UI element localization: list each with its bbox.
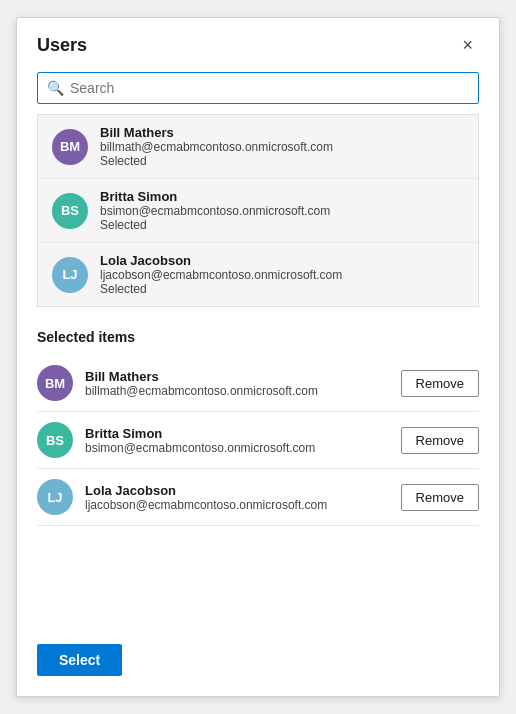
dialog-footer: Select xyxy=(17,624,499,696)
selected-item: BM Bill Mathers billmath@ecmabmcontoso.o… xyxy=(37,355,479,412)
avatar: BM xyxy=(52,129,88,165)
avatar: BM xyxy=(37,365,73,401)
user-email: bsimon@ecmabmcontoso.onmicrosoft.com xyxy=(100,204,330,218)
selected-list: BM Bill Mathers billmath@ecmabmcontoso.o… xyxy=(37,355,479,526)
user-name: Britta Simon xyxy=(100,189,330,204)
user-name: Bill Mathers xyxy=(85,369,401,384)
selected-item: BS Britta Simon bsimon@ecmabmcontoso.onm… xyxy=(37,412,479,469)
user-email: billmath@ecmabmcontoso.onmicrosoft.com xyxy=(100,140,333,154)
selected-item-info: Lola Jacobson ljacobson@ecmabmcontoso.on… xyxy=(85,483,401,512)
user-info: Bill Mathers billmath@ecmabmcontoso.onmi… xyxy=(100,125,333,168)
search-input[interactable] xyxy=(37,72,479,104)
avatar: BS xyxy=(37,422,73,458)
selected-item: LJ Lola Jacobson ljacobson@ecmabmcontoso… xyxy=(37,469,479,526)
list-item[interactable]: BS Britta Simon bsimon@ecmabmcontoso.onm… xyxy=(38,179,478,243)
user-status: Selected xyxy=(100,154,333,168)
close-button[interactable]: × xyxy=(456,34,479,56)
selected-item-info: Britta Simon bsimon@ecmabmcontoso.onmicr… xyxy=(85,426,401,455)
search-wrapper: 🔍 xyxy=(37,72,479,104)
user-name: Britta Simon xyxy=(85,426,401,441)
user-info: Britta Simon bsimon@ecmabmcontoso.onmicr… xyxy=(100,189,330,232)
user-info: Lola Jacobson ljacobson@ecmabmcontoso.on… xyxy=(100,253,342,296)
dialog-title: Users xyxy=(37,35,87,56)
search-container: 🔍 xyxy=(17,66,499,114)
user-name: Lola Jacobson xyxy=(100,253,342,268)
user-email: billmath@ecmabmcontoso.onmicrosoft.com xyxy=(85,384,401,398)
avatar: LJ xyxy=(37,479,73,515)
user-list: BM Bill Mathers billmath@ecmabmcontoso.o… xyxy=(37,114,479,307)
selected-items-title: Selected items xyxy=(17,307,499,355)
remove-button[interactable]: Remove xyxy=(401,370,479,397)
user-name: Lola Jacobson xyxy=(85,483,401,498)
remove-button[interactable]: Remove xyxy=(401,484,479,511)
selected-item-info: Bill Mathers billmath@ecmabmcontoso.onmi… xyxy=(85,369,401,398)
list-item[interactable]: LJ Lola Jacobson ljacobson@ecmabmcontoso… xyxy=(38,243,478,306)
avatar: BS xyxy=(52,193,88,229)
user-name: Bill Mathers xyxy=(100,125,333,140)
remove-button[interactable]: Remove xyxy=(401,427,479,454)
dialog-header: Users × xyxy=(17,18,499,66)
user-status: Selected xyxy=(100,282,342,296)
user-email: ljacobson@ecmabmcontoso.onmicrosoft.com xyxy=(85,498,401,512)
users-dialog: Users × 🔍 BM Bill Mathers billmath@ecmab… xyxy=(16,17,500,697)
user-email: ljacobson@ecmabmcontoso.onmicrosoft.com xyxy=(100,268,342,282)
avatar: LJ xyxy=(52,257,88,293)
select-button[interactable]: Select xyxy=(37,644,122,676)
user-status: Selected xyxy=(100,218,330,232)
list-item[interactable]: BM Bill Mathers billmath@ecmabmcontoso.o… xyxy=(38,115,478,179)
user-email: bsimon@ecmabmcontoso.onmicrosoft.com xyxy=(85,441,401,455)
